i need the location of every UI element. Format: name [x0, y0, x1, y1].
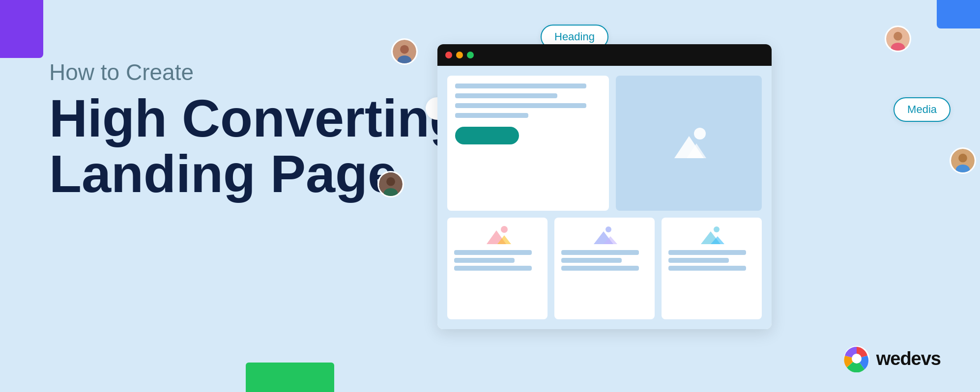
text-line-3: [455, 103, 586, 108]
svg-point-4: [386, 177, 395, 186]
text-line-2: [455, 93, 557, 98]
avatar-3: [885, 26, 911, 52]
browser-card-1: [447, 218, 548, 319]
browser-dot-red: [445, 52, 452, 58]
card-line: [668, 250, 746, 255]
card-mountain-3: [697, 224, 726, 246]
browser-titlebar: [437, 44, 772, 66]
avatar-4: [950, 147, 976, 174]
card-1-lines: [454, 250, 541, 271]
browser-dot-green: [467, 52, 474, 58]
browser-top-section: [447, 76, 762, 211]
svg-point-1: [400, 45, 409, 54]
hero-title-line2: Landing Page: [49, 144, 397, 203]
browser-cta-button: [455, 127, 519, 144]
svg-point-7: [894, 32, 902, 41]
corner-purple-decoration: [0, 0, 43, 58]
card-line: [561, 250, 639, 255]
browser-card-3: [662, 218, 762, 319]
browser-content-area: [437, 66, 772, 329]
hero-title-line1: High Converting: [49, 88, 462, 148]
card-line: [454, 250, 532, 255]
browser-bottom-section: [447, 218, 762, 319]
browser-left-column: [447, 76, 609, 211]
browser-card-2: [554, 218, 655, 319]
svg-point-10: [958, 154, 967, 163]
card-line: [454, 266, 532, 271]
card-2-lines: [561, 250, 648, 271]
wedevs-logo: wedevs: [843, 345, 941, 372]
text-line-1: [455, 84, 586, 88]
avatar-1: [391, 38, 418, 65]
svg-point-12: [694, 128, 706, 140]
card-line: [454, 258, 515, 263]
green-bottom-decoration: [246, 363, 334, 392]
svg-point-18: [605, 226, 611, 232]
card-line: [668, 258, 729, 263]
card-line: [561, 258, 622, 263]
card-mountain-2: [590, 224, 619, 246]
card-line: [668, 266, 746, 271]
corner-blue-decoration: [937, 0, 980, 28]
browser-dot-yellow: [456, 52, 463, 58]
wedevs-logo-icon: [843, 345, 870, 372]
card-line: [561, 266, 639, 271]
media-badge: Media: [894, 97, 951, 122]
avatar-2: [377, 171, 404, 197]
svg-point-21: [714, 226, 720, 232]
wedevs-brand-name: wedevs: [876, 348, 941, 369]
browser-mockup: [437, 44, 772, 329]
browser-right-column: [616, 76, 762, 211]
svg-point-15: [501, 226, 508, 233]
mountain-illustration: [664, 124, 714, 163]
svg-point-25: [852, 354, 862, 364]
card-3-lines: [668, 250, 755, 271]
card-mountain-1: [483, 224, 512, 246]
text-line-4: [455, 113, 528, 118]
